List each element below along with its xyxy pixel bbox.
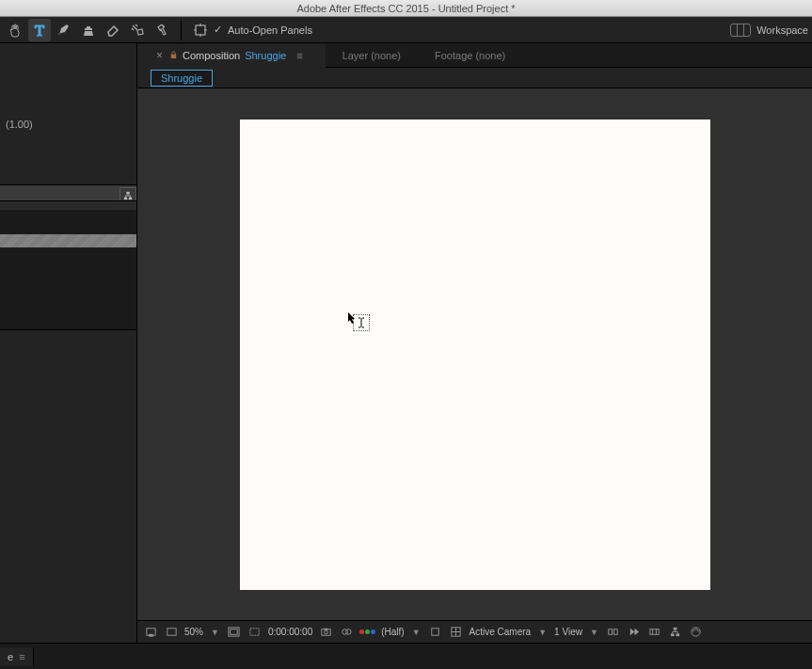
text-insertion-cursor <box>353 314 370 331</box>
svg-rect-8 <box>167 629 175 635</box>
camera-menu-icon[interactable]: ▼ <box>536 628 549 637</box>
tab-composition[interactable]: × Composition Shruggie ≡ <box>137 44 326 68</box>
toolbar-divider <box>181 20 182 40</box>
timeline-panel-bar: e ≡ <box>0 643 812 669</box>
active-camera-label[interactable]: Active Camera <box>470 627 532 637</box>
zoom-menu-icon[interactable]: ▼ <box>209 628 221 637</box>
lock-icon[interactable] <box>169 50 178 61</box>
tab-footage-label: Footage (none) <box>435 50 505 61</box>
mask-visibility-icon[interactable] <box>247 625 263 640</box>
tab-comp-name: Shruggie <box>245 50 286 61</box>
left-panel-stack: (1.00) <box>0 43 137 643</box>
tab-layer-label: Layer (none) <box>342 50 401 61</box>
svg-rect-14 <box>324 629 327 630</box>
svg-point-16 <box>345 629 351 635</box>
timeline-tab[interactable]: e ≡ <box>0 647 34 666</box>
project-panel <box>0 184 137 329</box>
fast-previews-icon[interactable] <box>627 625 642 640</box>
composition-canvas[interactable] <box>240 119 710 590</box>
tool-strip: ✓ Auto-Open Panels Workspace <box>0 17 812 43</box>
timeline-icon[interactable] <box>647 625 662 640</box>
hand-tool[interactable] <box>4 19 26 41</box>
workspace-label: Workspace <box>756 24 808 36</box>
svg-point-0 <box>163 25 165 27</box>
tab-layer[interactable]: Layer (none) <box>326 43 418 67</box>
resolution-menu-icon[interactable]: ▼ <box>410 628 422 637</box>
channel-indicator-icon[interactable] <box>359 629 375 634</box>
svg-rect-21 <box>650 629 659 635</box>
roi-icon[interactable] <box>428 625 443 640</box>
type-tool[interactable] <box>28 19 51 41</box>
auto-open-label: Auto-Open Panels <box>228 24 312 36</box>
svg-rect-11 <box>250 629 259 635</box>
puppet-pin-tool[interactable] <box>151 19 173 41</box>
svg-rect-3 <box>124 198 127 200</box>
resolution-label[interactable]: (Half) <box>381 627 404 637</box>
viewer-tab-bar: × Composition Shruggie ≡ Layer (none) Fo… <box>137 43 812 68</box>
svg-rect-4 <box>129 198 132 200</box>
workspace-switcher[interactable]: Workspace <box>730 24 808 37</box>
view-count-label[interactable]: 1 View <box>554 627 582 637</box>
check-icon: ✓ <box>214 24 222 36</box>
comp-flowchart-icon[interactable] <box>668 625 683 640</box>
svg-rect-22 <box>674 628 677 630</box>
svg-rect-10 <box>231 629 237 635</box>
close-icon[interactable]: × <box>154 49 165 62</box>
clone-stamp-tool[interactable] <box>77 19 100 41</box>
reset-exposure-icon[interactable] <box>689 625 704 640</box>
svg-rect-24 <box>677 633 680 636</box>
info-panel: (1.00) <box>0 43 137 184</box>
viewer-subtab-label: Shruggie <box>161 72 202 84</box>
project-selected-row[interactable] <box>0 234 136 247</box>
viewer-footer: 50% ▼ 0:00:00:00 (Half) ▼ <box>137 620 812 643</box>
tab-footage[interactable]: Footage (none) <box>418 43 522 67</box>
svg-point-13 <box>324 630 327 634</box>
grid-icon[interactable] <box>449 625 464 640</box>
snapping-toggle[interactable] <box>189 19 212 41</box>
eraser-tool[interactable] <box>102 19 124 41</box>
svg-rect-5 <box>171 54 176 58</box>
svg-rect-19 <box>609 629 613 635</box>
always-preview-icon[interactable] <box>143 625 158 640</box>
effects-panel <box>0 329 137 643</box>
viewer-subtab-bar: Shruggie <box>137 68 812 88</box>
show-channel-icon[interactable] <box>339 625 354 640</box>
current-timecode[interactable]: 0:00:00:00 <box>268 627 312 637</box>
workspace-icon <box>730 24 751 37</box>
svg-rect-1 <box>196 25 205 35</box>
composition-viewer[interactable] <box>137 88 812 620</box>
svg-rect-23 <box>671 633 675 636</box>
gamma-value: (1.00) <box>6 119 131 130</box>
views-menu-icon[interactable]: ▼ <box>588 628 600 637</box>
safe-zones-icon[interactable] <box>227 625 242 640</box>
window-title: Adobe After Effects CC 2015 - Untitled P… <box>0 0 812 17</box>
pixel-aspect-icon[interactable] <box>606 625 621 640</box>
transparency-grid-icon[interactable] <box>164 625 179 640</box>
viewer-subtab[interactable]: Shruggie <box>151 70 213 87</box>
svg-rect-20 <box>614 629 618 635</box>
svg-rect-7 <box>149 634 152 636</box>
svg-rect-2 <box>126 192 129 195</box>
project-columns-header[interactable] <box>0 185 136 210</box>
tab-kind-label: Composition <box>183 50 240 61</box>
zoom-level[interactable]: 50% <box>184 627 203 637</box>
panel-menu-icon[interactable]: ≡ <box>19 651 24 662</box>
auto-open-panels[interactable]: ✓ Auto-Open Panels <box>214 24 312 36</box>
pen-tool[interactable] <box>53 19 75 41</box>
snapshot-icon[interactable] <box>318 625 333 640</box>
timeline-tab-suffix: e <box>8 651 13 662</box>
panel-menu-icon[interactable]: ≡ <box>291 50 308 61</box>
roto-brush-tool[interactable] <box>126 19 149 41</box>
svg-rect-17 <box>432 629 438 635</box>
